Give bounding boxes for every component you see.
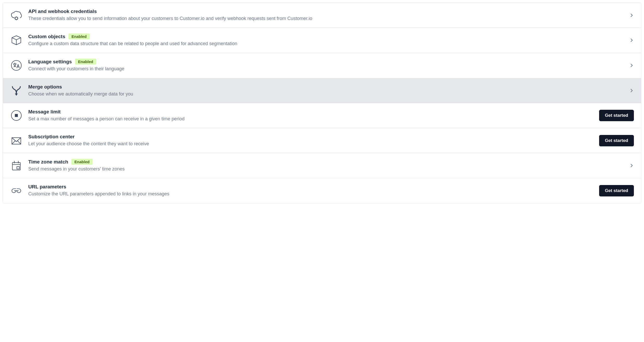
row-body: Message limit Set a max number of messag…: [28, 109, 594, 122]
row-title: URL parameters: [28, 184, 66, 190]
get-started-button[interactable]: Get started: [599, 135, 634, 146]
row-api-webhook-credentials[interactable]: API and webhook credentials These creden…: [3, 3, 641, 28]
row-title: Custom objects: [28, 34, 65, 39]
row-body: Time zone match Enabled Send messages in…: [28, 159, 624, 172]
row-body: URL parameters Customize the URL paramet…: [28, 184, 594, 197]
link-icon: [10, 184, 23, 197]
row-language-settings[interactable]: Language settings Enabled Connect with y…: [3, 53, 641, 78]
chevron-right-icon: [629, 88, 634, 93]
row-body: Language settings Enabled Connect with y…: [28, 59, 624, 72]
chevron-right-icon: [629, 163, 634, 168]
enabled-badge: Enabled: [71, 159, 93, 165]
row-desc: Send messages in your customers' time zo…: [28, 166, 624, 172]
enabled-badge: Enabled: [75, 59, 96, 65]
row-time-zone-match[interactable]: Time zone match Enabled Send messages in…: [3, 153, 641, 178]
row-desc: These credentials allow you to send info…: [28, 15, 624, 22]
row-merge-options[interactable]: Merge options Choose when we automatical…: [3, 78, 641, 103]
chevron-right-icon: [629, 38, 634, 43]
row-title: Merge options: [28, 84, 62, 90]
row-url-parameters[interactable]: URL parameters Customize the URL paramet…: [3, 178, 641, 203]
calendar-icon: [10, 159, 23, 172]
svg-point-1: [11, 60, 21, 70]
settings-list: API and webhook credentials These creden…: [3, 3, 641, 203]
row-subscription-center[interactable]: Subscription center Let your audience ch…: [3, 128, 641, 153]
row-desc: Let your audience choose the content the…: [28, 141, 594, 147]
chevron-right-icon: [629, 63, 634, 68]
row-body: Subscription center Let your audience ch…: [28, 134, 594, 147]
envelope-icon: [10, 134, 23, 147]
row-title: Message limit: [28, 109, 61, 115]
stop-icon: [10, 109, 23, 122]
row-body: Merge options Choose when we automatical…: [28, 84, 624, 97]
row-body: Custom objects Enabled Configure a custo…: [28, 33, 624, 47]
merge-icon: [10, 84, 23, 97]
row-title: Language settings: [28, 59, 72, 65]
row-desc: Configure a custom data structure that c…: [28, 40, 624, 47]
enabled-badge: Enabled: [68, 33, 90, 39]
cube-icon: [10, 34, 23, 46]
row-title: API and webhook credentials: [28, 9, 97, 14]
row-desc: Connect with your customers in their lan…: [28, 66, 624, 72]
row-desc: Customize the URL parameters appended to…: [28, 191, 594, 197]
row-message-limit[interactable]: Message limit Set a max number of messag…: [3, 103, 641, 128]
row-desc: Choose when we automatically merge data …: [28, 91, 624, 97]
row-desc: Set a max number of messages a person ca…: [28, 116, 594, 122]
row-body: API and webhook credentials These creden…: [28, 9, 624, 22]
cloud-gear-icon: [10, 9, 23, 22]
row-custom-objects[interactable]: Custom objects Enabled Configure a custo…: [3, 28, 641, 53]
chevron-right-icon: [629, 13, 634, 18]
get-started-button[interactable]: Get started: [599, 110, 634, 121]
row-title: Time zone match: [28, 159, 68, 165]
get-started-button[interactable]: Get started: [599, 185, 634, 196]
row-title: Subscription center: [28, 134, 74, 140]
svg-rect-6: [17, 167, 19, 169]
language-icon: [10, 59, 23, 72]
svg-rect-3: [15, 114, 18, 117]
